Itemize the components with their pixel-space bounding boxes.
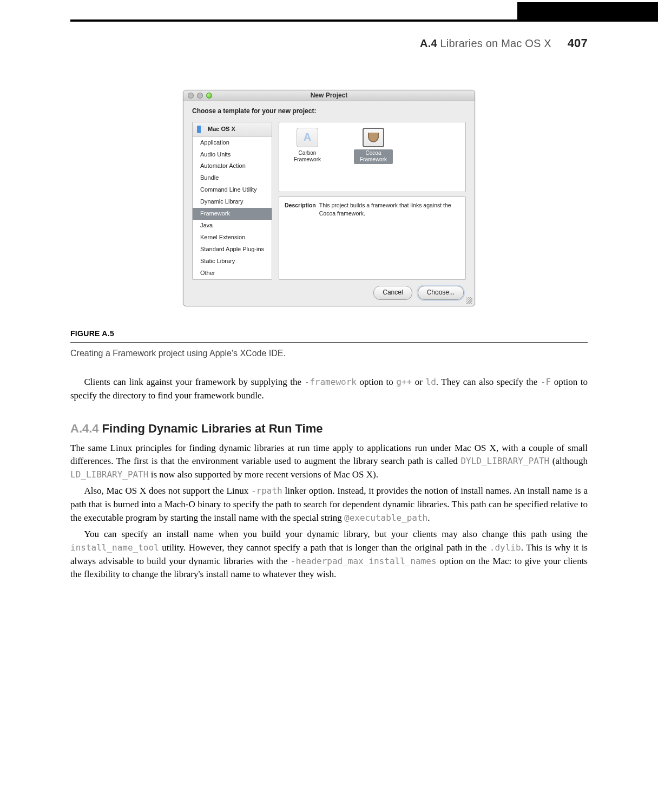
page-top-rule bbox=[70, 19, 588, 22]
paragraph-1: Clients can link against your framework … bbox=[70, 376, 588, 402]
sidebar-item-framework[interactable]: Framework bbox=[193, 208, 272, 220]
sidebar-item-audio-units[interactable]: Audio Units bbox=[193, 149, 272, 161]
figure-caption: Creating a Framework project using Apple… bbox=[70, 347, 588, 359]
header-section-num: A.4 bbox=[420, 37, 437, 49]
window-title: New Project bbox=[183, 91, 475, 100]
code-exec-path: @executable_path bbox=[344, 513, 427, 523]
sidebar-item-other[interactable]: Other bbox=[193, 267, 272, 279]
description-text: This project builds a framework that lin… bbox=[319, 201, 460, 275]
cocoa-framework-icon bbox=[363, 128, 384, 147]
page-corner-black bbox=[517, 2, 658, 22]
template-carbon-framework[interactable]: A Carbon Framework bbox=[288, 128, 327, 164]
sidebar-item-kernel-extension[interactable]: Kernel Extension bbox=[193, 232, 272, 244]
sidebar-item-command-line-utility[interactable]: Command Line Utility bbox=[193, 184, 272, 196]
paragraph-3: Also, Mac OS X does not support the Linu… bbox=[70, 484, 588, 525]
section-number: A.4.4 bbox=[70, 422, 99, 435]
sidebar-item-standard-apple-plugins[interactable]: Standard Apple Plug-ins bbox=[193, 244, 272, 256]
template-grid: A Carbon Framework Cocoa Framework bbox=[279, 122, 466, 192]
code-F-flag: -F bbox=[541, 377, 551, 387]
code-framework-flag: -framework bbox=[305, 377, 357, 387]
code-dylib: .dylib bbox=[490, 542, 521, 553]
sidebar-item-application[interactable]: Application bbox=[193, 137, 272, 149]
section-heading: A.4.4Finding Dynamic Libraries at Run Ti… bbox=[70, 420, 588, 437]
sidebar-item-automator-action[interactable]: Automator Action bbox=[193, 160, 272, 172]
sidebar-item-bundle[interactable]: Bundle bbox=[193, 172, 272, 184]
sidebar-item-dynamic-library[interactable]: Dynamic Library bbox=[193, 196, 272, 208]
macosx-icon bbox=[197, 126, 205, 133]
choose-button[interactable]: Choose... bbox=[418, 286, 464, 299]
sidebar-section-header: Mac OS X bbox=[193, 122, 272, 137]
header-section-title: Libraries on Mac OS X bbox=[440, 37, 551, 49]
dialog-prompt: Choose a template for your new project: bbox=[183, 101, 475, 121]
sidebar-list: Application Audio Units Automator Action… bbox=[193, 137, 272, 279]
template-label: Carbon Framework bbox=[288, 149, 327, 164]
figure-label: FIGURE A.5 bbox=[70, 328, 588, 339]
paragraph-2: The same Linux principles for finding dy… bbox=[70, 442, 588, 482]
paragraph-4: You can specify an install name when you… bbox=[70, 528, 588, 581]
section-title: Finding Dynamic Libraries at Run Time bbox=[102, 422, 323, 435]
running-header: A.4 Libraries on Mac OS X 407 bbox=[70, 25, 588, 74]
sidebar-item-static-library[interactable]: Static Library bbox=[193, 256, 272, 267]
sidebar-item-java[interactable]: Java bbox=[193, 220, 272, 232]
code-dyld-path: DYLD_LIBRARY_PATH bbox=[460, 456, 549, 466]
code-headerpad: -headerpad_max_install_names bbox=[291, 556, 437, 566]
template-cocoa-framework[interactable]: Cocoa Framework bbox=[354, 128, 393, 164]
code-ld: ld bbox=[426, 377, 436, 387]
xcode-dialog: New Project Choose a template for your n… bbox=[183, 90, 475, 306]
titlebar: New Project bbox=[183, 90, 475, 101]
description-label: Description bbox=[285, 201, 316, 275]
sidebar: Mac OS X Application Audio Units Automat… bbox=[192, 122, 272, 280]
dialog-footer: Cancel Choose... bbox=[183, 280, 475, 306]
code-gpp: g++ bbox=[396, 377, 412, 387]
sidebar-section-label: Mac OS X bbox=[208, 125, 235, 134]
figure-container: New Project Choose a template for your n… bbox=[70, 90, 588, 306]
header-page-number: 407 bbox=[568, 36, 588, 50]
code-install-name-tool: install_name_tool bbox=[70, 542, 159, 553]
cancel-button[interactable]: Cancel bbox=[373, 286, 412, 299]
code-rpath: -rpath bbox=[251, 486, 282, 496]
description-panel: Description This project builds a framew… bbox=[279, 197, 466, 280]
carbon-framework-icon: A bbox=[297, 128, 318, 147]
figure-rule bbox=[70, 342, 588, 343]
code-ld-path: LD_LIBRARY_PATH bbox=[70, 469, 149, 480]
resize-grip-icon[interactable] bbox=[466, 297, 472, 304]
template-label: Cocoa Framework bbox=[354, 149, 393, 164]
